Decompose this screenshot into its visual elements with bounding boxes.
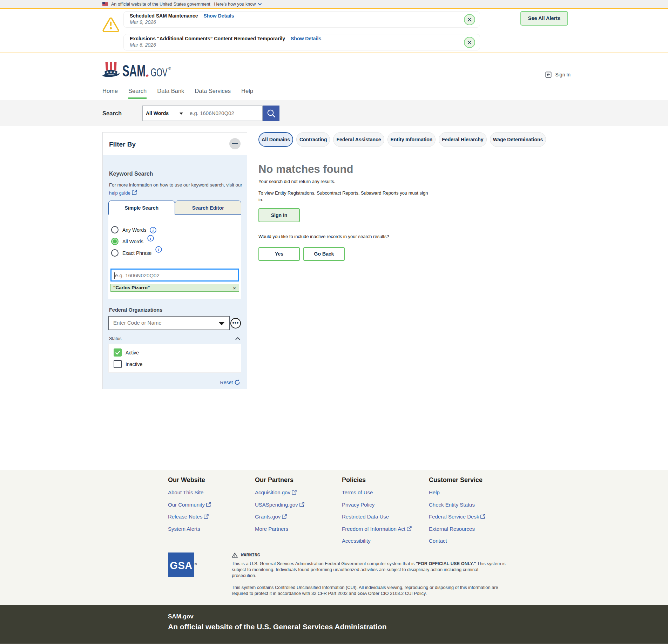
svg-text:GOV: GOV (151, 66, 168, 79)
svg-text:SAM: SAM (122, 62, 146, 79)
svg-text:★: ★ (106, 70, 109, 74)
svg-text:i: i (153, 228, 154, 233)
svg-text:®: ® (168, 67, 171, 70)
svg-text:★: ★ (113, 70, 116, 74)
svg-text:i: i (150, 236, 151, 241)
svg-text:★: ★ (145, 73, 149, 78)
svg-text:★: ★ (109, 70, 113, 74)
svg-text:i: i (158, 247, 160, 252)
